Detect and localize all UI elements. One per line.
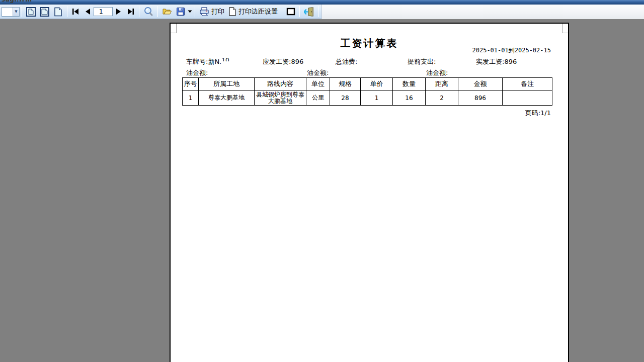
info-gross-pay: 应发工资:896 <box>263 57 303 66</box>
cell-quantity: 16 <box>393 90 426 106</box>
page-number-label: 页码:1/1 <box>525 109 551 118</box>
col-header-index: 序号 <box>183 78 199 90</box>
open-folder-icon <box>162 7 172 16</box>
table-header-row: 序号 所属工地 路线内容 单位 规格 单价 数量 距离 金额 备注 <box>183 78 552 90</box>
print-margin-button[interactable]: 打印边距设置 <box>226 6 280 18</box>
chevron-down-icon[interactable]: ▼ <box>13 8 19 16</box>
prev-page-button[interactable] <box>82 6 94 18</box>
magnifier-icon <box>143 7 153 17</box>
col-header-quantity: 数量 <box>393 78 426 90</box>
page-border-button[interactable] <box>284 6 297 18</box>
print-button[interactable]: 打印 <box>197 6 226 18</box>
first-page-button[interactable] <box>69 6 82 18</box>
square-icon <box>286 8 295 16</box>
next-page-button[interactable] <box>113 6 125 18</box>
toolbar-separator <box>139 6 139 17</box>
col-header-site: 所属工地 <box>199 78 255 90</box>
nav-first-icon <box>71 8 79 15</box>
cell-remark <box>503 90 552 106</box>
fit-page-button[interactable] <box>24 6 38 18</box>
caret-down-icon <box>188 10 192 13</box>
exit-door-icon <box>304 7 314 17</box>
cell-spec: 28 <box>330 90 361 106</box>
toolbar-separator <box>157 6 158 17</box>
col-header-remark: 备注 <box>503 78 552 90</box>
print-margin-button-label: 打印边距设置 <box>238 7 278 16</box>
toolbar-separator <box>318 6 318 17</box>
col-header-amount: 金额 <box>458 78 503 90</box>
printer-icon <box>199 7 209 16</box>
toolbar-separator <box>195 6 195 17</box>
col-header-spec: 规格 <box>330 78 361 90</box>
info-fuel-amount-3: 油金额: <box>426 68 448 77</box>
fit-width-button[interactable] <box>38 6 51 18</box>
page-in-frame-wide-icon <box>40 7 49 17</box>
zoom-combobox-value <box>2 8 13 16</box>
col-header-unit: 单位 <box>306 78 330 90</box>
info-advance: 提前支出: <box>408 57 436 66</box>
plain-page-icon <box>53 7 63 17</box>
cell-unit: 公里 <box>306 90 330 106</box>
info-plate: 车牌号:新N.10 <box>186 57 229 66</box>
open-button[interactable] <box>160 6 174 18</box>
cell-distance: 2 <box>426 90 458 106</box>
cell-price: 1 <box>361 90 393 106</box>
col-header-distance: 距离 <box>426 78 458 90</box>
report-date-range: 2025-01-01到2025-02-15 <box>472 46 551 55</box>
nav-last-icon <box>127 8 135 15</box>
toolbar-separator <box>282 6 282 17</box>
info-net-pay: 实发工资:896 <box>476 57 517 66</box>
exit-button[interactable] <box>302 6 316 18</box>
nav-next-icon <box>116 8 122 15</box>
page-in-frame-icon <box>26 7 36 17</box>
save-button[interactable] <box>174 6 187 18</box>
toolbar-separator <box>67 6 67 17</box>
cell-site: 尊泰大鹏基地 <box>199 90 255 106</box>
page-number-input[interactable] <box>94 7 113 16</box>
floppy-disk-icon <box>176 7 185 16</box>
margin-corner-mark <box>171 24 177 33</box>
window-title: sagi.frm <box>2 0 32 3</box>
app-window: { "window": { "title": "sagi.frm" }, "co… <box>0 0 644 362</box>
info-total-fuel: 总油费: <box>336 57 357 66</box>
cell-route: 县城锅炉房到尊泰大鹏基地 <box>255 90 306 106</box>
zoom-button[interactable] <box>141 6 155 18</box>
cell-index: 1 <box>183 90 199 106</box>
toolbar-separator <box>299 6 300 17</box>
preview-toolbar: ▼ <box>0 5 644 19</box>
col-header-route: 路线内容 <box>255 78 306 90</box>
table-row: 1 尊泰大鹏基地 县城锅炉房到尊泰大鹏基地 公里 28 1 16 2 896 <box>183 90 552 106</box>
info-fuel-amount-1: 油金额: <box>186 68 208 77</box>
report-page: 工资计算表 2025-01-01到2025-02-15 车牌号:新N.10 应发… <box>170 23 569 362</box>
toolbar-filler <box>321 5 644 19</box>
last-page-button[interactable] <box>125 6 137 18</box>
info-fuel-amount-2: 油金额: <box>307 68 329 77</box>
zoom-combobox[interactable]: ▼ <box>2 7 20 17</box>
actual-size-button[interactable] <box>51 6 65 18</box>
margin-corner-mark <box>562 24 568 33</box>
save-options-button[interactable] <box>187 6 193 18</box>
toolbar-separator <box>22 6 22 17</box>
wage-table: 序号 所属工地 路线内容 单位 规格 单价 数量 距离 金额 备注 1 尊泰大鹏… <box>182 77 552 106</box>
cell-amount: 896 <box>458 90 503 106</box>
print-button-label: 打印 <box>211 7 224 16</box>
col-header-price: 单价 <box>361 78 393 90</box>
blank-page-icon <box>228 7 236 16</box>
plate-redacted-digits: 10 <box>221 57 229 61</box>
nav-prev-icon <box>85 8 91 15</box>
